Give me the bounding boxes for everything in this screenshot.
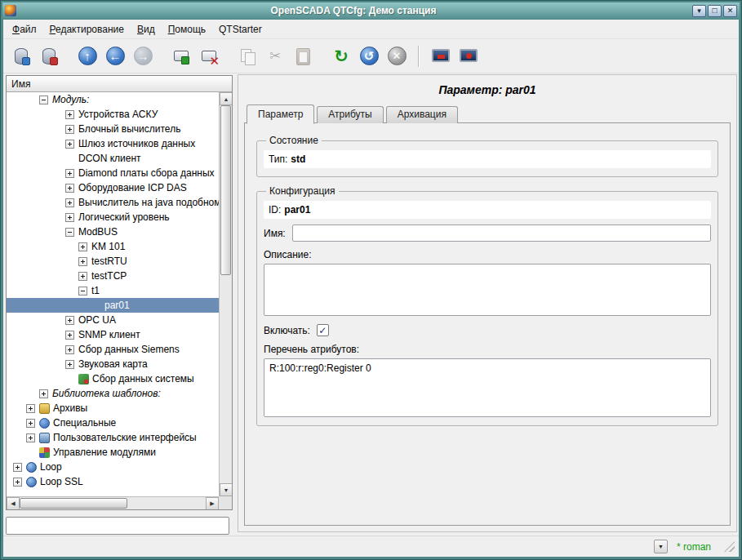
- expander-plus-icon[interactable]: [65, 198, 74, 207]
- load-from-db-button[interactable]: [8, 43, 34, 69]
- tree-item-modbus[interactable]: ModBUS: [7, 224, 219, 239]
- paste-item-button[interactable]: [290, 43, 316, 69]
- copy-item-button[interactable]: [234, 43, 260, 69]
- scroll-up-icon[interactable]: ▲: [220, 92, 233, 105]
- stop-update-button[interactable]: [384, 43, 410, 69]
- tree-item-siemens-daq[interactable]: Сбор данных Siemens: [7, 342, 219, 357]
- tree-item-block-calc[interactable]: Блочный вычислитель: [7, 122, 219, 136]
- config-panel: Параметр: par01 Параметр Атрибуты Архива…: [238, 74, 737, 532]
- save-to-db-button[interactable]: [36, 43, 62, 69]
- vscroll-track[interactable]: [220, 105, 232, 483]
- tab-parameter[interactable]: Параметр: [247, 104, 314, 124]
- tree-item-archives[interactable]: Архивы: [7, 401, 219, 416]
- cut-item-button[interactable]: [262, 43, 288, 69]
- expander-plus-icon[interactable]: [78, 272, 87, 281]
- vscroll-thumb[interactable]: [220, 105, 231, 275]
- tab-attributes[interactable]: Атрибуты: [317, 106, 383, 123]
- hscroll-thumb[interactable]: [20, 498, 127, 509]
- minimize-button[interactable]: [692, 5, 706, 17]
- expander-plus-icon[interactable]: [65, 345, 74, 354]
- tree-item-snmp-client[interactable]: SNMP клиент: [7, 327, 219, 342]
- tree-item-label: DCON клиент: [78, 153, 141, 164]
- expander-plus-icon[interactable]: [26, 433, 35, 442]
- tree-item-loop-ssl[interactable]: Loop SSL: [7, 474, 219, 489]
- expander-minus-icon[interactable]: [39, 96, 48, 104]
- add-item-button[interactable]: [168, 43, 194, 69]
- menu-qtstarter[interactable]: QTStarter: [213, 21, 268, 38]
- scroll-right-icon[interactable]: ▶: [206, 497, 219, 510]
- close-button[interactable]: [723, 5, 737, 17]
- expander-plus-icon[interactable]: [65, 110, 74, 119]
- tree-item-par01[interactable]: par01: [7, 298, 219, 313]
- tree-horizontal-scrollbar[interactable]: ◀ ▶: [7, 496, 219, 509]
- tree-item-module[interactable]: Модуль:: [7, 92, 219, 107]
- tree-header-name[interactable]: Имя: [7, 76, 232, 92]
- tree-item-special[interactable]: Специальные: [7, 416, 219, 430]
- tree-item-module-manager[interactable]: Управление модулями: [7, 445, 219, 460]
- maximize-button[interactable]: [708, 5, 722, 17]
- expander-plus-icon[interactable]: [65, 184, 74, 193]
- expander-plus-icon[interactable]: [65, 140, 74, 149]
- refresh-button[interactable]: [328, 43, 354, 69]
- menu-view[interactable]: Вид: [131, 21, 161, 38]
- tree-item-asku-devices[interactable]: Устройства АСКУ: [7, 107, 219, 122]
- tree-vertical-scrollbar[interactable]: ▲ ▼: [219, 92, 232, 496]
- tree-item-loop[interactable]: Loop: [7, 460, 219, 474]
- tree-item-data-gateway[interactable]: Шлюз источников данных: [7, 136, 219, 151]
- scroll-left-icon[interactable]: ◀: [7, 497, 20, 510]
- tree-item-testrtu[interactable]: testRTU: [7, 254, 219, 269]
- system-daq-icon: [78, 374, 89, 384]
- description-textarea[interactable]: [264, 264, 711, 316]
- qtstarter-vision-button[interactable]: [455, 43, 482, 69]
- tree-item-dcon-client[interactable]: DCON клиент: [7, 151, 219, 166]
- expander-plus-icon[interactable]: [78, 257, 87, 266]
- tree-item-logic-level[interactable]: Логический уровень: [7, 210, 219, 224]
- tree-filter-input[interactable]: [6, 517, 229, 535]
- expander-plus-icon[interactable]: [65, 213, 74, 222]
- expander-plus-icon[interactable]: [65, 331, 74, 340]
- tree-item-system-daq[interactable]: Сбор данных системы: [7, 371, 219, 386]
- tree-item-km101[interactable]: KM 101: [7, 239, 219, 254]
- hscroll-track[interactable]: [20, 497, 206, 509]
- expander-plus-icon[interactable]: [65, 125, 74, 134]
- expander-minus-icon[interactable]: [78, 287, 87, 296]
- app-icon: [5, 5, 16, 16]
- menu-help[interactable]: Помощь: [162, 21, 211, 38]
- expander-plus-icon[interactable]: [13, 463, 22, 472]
- expander-plus-icon[interactable]: [65, 169, 74, 178]
- delete-item-button[interactable]: [196, 43, 222, 69]
- tree-item-icp-das[interactable]: Оборудование ICP DAS: [7, 180, 219, 195]
- tree-item-sound-card[interactable]: Звуковая карта: [7, 357, 219, 371]
- tree-item-diamond-boards[interactable]: Diamond платы сбора данных: [7, 166, 219, 180]
- resize-grip[interactable]: [724, 541, 735, 552]
- tree-item-java-calc[interactable]: Вычислитель на java подобном: [7, 195, 219, 210]
- tab-archiving[interactable]: Архивация: [386, 106, 458, 123]
- name-input[interactable]: [292, 224, 711, 242]
- tree-item-testtcp[interactable]: testTCP: [7, 269, 219, 283]
- nav-forward-button[interactable]: [130, 43, 156, 69]
- nav-back-button[interactable]: [102, 43, 128, 69]
- attribute-item[interactable]: R:100:r:reg0:Register 0: [269, 362, 371, 374]
- tree-item-template-lib[interactable]: Библиотека шаблонов:: [7, 386, 219, 401]
- expander-plus-icon[interactable]: [65, 360, 74, 369]
- expander-minus-icon[interactable]: [65, 228, 74, 237]
- enable-checkbox[interactable]: ✓: [317, 324, 329, 336]
- qtstarter-qtcfg-button[interactable]: [428, 43, 454, 69]
- scroll-down-icon[interactable]: ▼: [220, 483, 233, 496]
- status-dropdown-button[interactable]: ▼: [654, 540, 668, 553]
- expander-plus-icon[interactable]: [78, 242, 87, 251]
- menu-edit[interactable]: Редактирование: [44, 21, 130, 38]
- attributes-list[interactable]: R:100:r:reg0:Register 0: [264, 358, 711, 417]
- nav-up-button[interactable]: [74, 43, 100, 69]
- tree-item-opc-ua[interactable]: OPC UA: [7, 313, 219, 327]
- expander-plus-icon[interactable]: [39, 389, 48, 398]
- expander-plus-icon[interactable]: [13, 478, 22, 487]
- titlebar[interactable]: OpenSCADA QTCfg: Демо станция: [2, 2, 740, 19]
- expander-plus-icon[interactable]: [65, 316, 74, 325]
- tree-item-t1[interactable]: t1: [7, 283, 219, 298]
- expander-plus-icon[interactable]: [26, 404, 35, 413]
- start-update-button[interactable]: [356, 43, 382, 69]
- tree-item-user-interfaces[interactable]: Пользовательские интерфейсы: [7, 430, 219, 445]
- expander-plus-icon[interactable]: [26, 419, 35, 428]
- menu-file[interactable]: Файл: [7, 21, 42, 38]
